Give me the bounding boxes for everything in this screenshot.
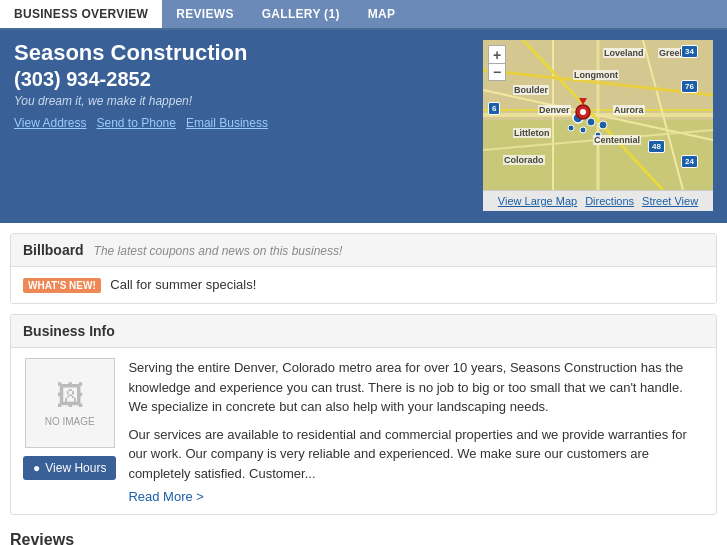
map-label-colorado: Colorado — [503, 155, 545, 165]
billboard-text: Call for summer specials! — [110, 277, 256, 292]
no-image-box: 🖼 NO IMAGE — [25, 358, 115, 448]
map-label-denver: Denver — [538, 105, 571, 115]
business-header-left: Seasons Construction (303) 934-2852 You … — [14, 40, 268, 130]
business-desc-2: Our services are available to residentia… — [128, 425, 704, 484]
nav-reviews[interactable]: REVIEWS — [162, 0, 247, 28]
map-label-boulder: Boulder — [513, 85, 549, 95]
svg-point-18 — [580, 109, 586, 115]
business-info-header: Business Info — [11, 315, 716, 348]
send-to-phone-link[interactable]: Send to Phone — [97, 116, 176, 130]
map-container: Loveland Greeley Boulder Longmont Denver… — [483, 40, 713, 211]
map-label-loveland: Loveland — [603, 48, 645, 58]
view-large-map-link[interactable]: View Large Map — [498, 195, 577, 207]
nav-business-overview[interactable]: BUSINESS OVERVIEW — [0, 0, 162, 28]
whats-new-badge: WHAT'S NEW! — [23, 278, 101, 293]
business-image-area: 🖼 NO IMAGE ● View Hours — [23, 358, 116, 504]
main-content: Billboard The latest coupons and news on… — [0, 233, 727, 545]
view-address-link[interactable]: View Address — [14, 116, 87, 130]
email-business-link[interactable]: Email Business — [186, 116, 268, 130]
svg-point-14 — [580, 127, 586, 133]
nav-gallery[interactable]: GALLERY (1) — [248, 0, 354, 28]
reviews-section: Reviews ★★★★★ Highly Recomend! by Satisf… — [10, 525, 717, 545]
map-footer: View Large Map Directions Street View — [483, 190, 713, 211]
reviews-title: Reviews — [10, 525, 717, 545]
map-highway-24: 24 — [681, 155, 698, 168]
billboard-section: Billboard The latest coupons and news on… — [10, 233, 717, 304]
business-description: Serving the entire Denver, Colorado metr… — [128, 358, 704, 504]
business-info-title: Business Info — [23, 323, 115, 339]
map-label-longmont: Longmont — [573, 70, 619, 80]
business-header: Seasons Construction (303) 934-2852 You … — [0, 30, 727, 223]
map-label-aurora: Aurora — [613, 105, 645, 115]
read-more-link[interactable]: Read More > — [128, 489, 704, 504]
view-hours-button[interactable]: ● View Hours — [23, 456, 116, 480]
map-label-centennial: Centennial — [593, 135, 641, 145]
svg-point-13 — [599, 121, 607, 129]
business-info-body: 🖼 NO IMAGE ● View Hours Serving the enti… — [11, 348, 716, 514]
billboard-title: Billboard — [23, 242, 84, 258]
clock-icon: ● — [33, 461, 40, 475]
business-desc-1: Serving the entire Denver, Colorado metr… — [128, 358, 704, 417]
top-nav: BUSINESS OVERVIEW REVIEWS GALLERY (1) MA… — [0, 0, 727, 30]
no-image-label: NO IMAGE — [45, 416, 95, 427]
map-highway-76: 76 — [681, 80, 698, 93]
map-highway-34: 34 — [681, 45, 698, 58]
no-image-icon: 🖼 — [56, 379, 84, 412]
svg-point-12 — [587, 118, 595, 126]
street-view-link[interactable]: Street View — [642, 195, 698, 207]
billboard-body: WHAT'S NEW! Call for summer specials! — [11, 267, 716, 303]
view-hours-label: View Hours — [45, 461, 106, 475]
business-name: Seasons Construction — [14, 40, 268, 66]
map-highway-48: 48 — [648, 140, 665, 153]
business-links: View Address Send to Phone Email Busines… — [14, 116, 268, 130]
map-highway-6: 6 — [488, 102, 500, 115]
business-phone: (303) 934-2852 — [14, 68, 268, 91]
map-svg — [483, 40, 713, 190]
map-zoom-out[interactable]: − — [488, 63, 506, 81]
billboard-header: Billboard The latest coupons and news on… — [11, 234, 716, 267]
map-controls: + − — [488, 45, 506, 81]
billboard-subtitle: The latest coupons and news on this busi… — [94, 244, 343, 258]
directions-link[interactable]: Directions — [585, 195, 634, 207]
map-zoom-in[interactable]: + — [488, 45, 506, 63]
business-info-section: Business Info 🖼 NO IMAGE ● View Hours Se… — [10, 314, 717, 515]
map-label-littleton: Littleton — [513, 128, 551, 138]
business-tagline: You dream it, we make it happen! — [14, 94, 268, 108]
svg-point-16 — [568, 125, 574, 131]
nav-map[interactable]: MAP — [354, 0, 410, 28]
map-image[interactable]: Loveland Greeley Boulder Longmont Denver… — [483, 40, 713, 190]
